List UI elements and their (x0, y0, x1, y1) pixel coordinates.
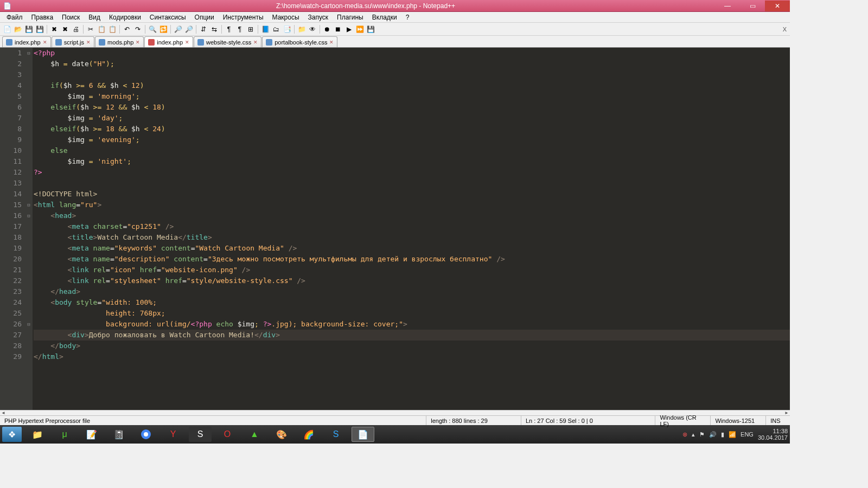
tray-up-icon[interactable]: ▴ (692, 431, 695, 438)
word-wrap-icon[interactable]: ¶ (224, 24, 234, 34)
save-all-icon[interactable]: 💾 (35, 24, 44, 34)
menu-file[interactable]: Файл (2, 12, 27, 22)
save-macro-icon[interactable]: 💾 (366, 24, 375, 34)
menu-plugins[interactable]: Плагины (333, 12, 368, 22)
close-icon[interactable]: ✕ (329, 40, 334, 45)
chrome-icon[interactable] (135, 427, 157, 442)
menu-help[interactable]: ? (401, 12, 414, 22)
menu-tools[interactable]: Инструменты (219, 12, 268, 22)
show-all-chars-icon[interactable]: ¶ (235, 24, 245, 34)
maximize-button[interactable]: ▭ (740, 1, 765, 11)
menu-view[interactable]: Вид (84, 12, 105, 22)
tray-language[interactable]: ENG (741, 431, 754, 438)
tab-website-style-css[interactable]: website-style.css✕ (194, 36, 261, 47)
close-icon[interactable]: ✕ (86, 40, 91, 45)
separator (320, 25, 320, 34)
android-studio-icon[interactable]: ▲ (243, 427, 266, 442)
replace-icon[interactable]: 🔁 (158, 24, 168, 34)
menu-macros[interactable]: Макросы (268, 12, 304, 22)
monitor-icon[interactable]: 👁 (308, 24, 317, 34)
toolbar-close-x[interactable]: X (783, 26, 787, 33)
opera-icon[interactable]: O (216, 427, 239, 442)
tab-label: website-style.css (206, 39, 251, 46)
close-icon[interactable]: ✕ (185, 40, 189, 45)
notepadpp-active-icon[interactable]: 📄 (352, 427, 374, 442)
sync-vscroll-icon[interactable]: ⇵ (199, 24, 208, 34)
menu-tabs[interactable]: Вкладки (368, 12, 401, 22)
tray-battery-icon[interactable]: ▮ (721, 431, 724, 438)
editor[interactable]: 1234567891011121314151617181920212223242… (0, 48, 790, 410)
tab-index-php-1[interactable]: index.php✕ (2, 36, 51, 47)
play-macro-icon[interactable]: ▶ (344, 24, 354, 34)
menu-options[interactable]: Опции (190, 12, 219, 22)
tray-volume-icon[interactable]: 🔊 (709, 431, 717, 438)
menu-syntax[interactable]: Синтаксисы (145, 12, 190, 22)
rainbow-icon[interactable]: 🌈 (297, 427, 320, 442)
folder-icon[interactable]: 📁 (297, 24, 307, 34)
undo-icon[interactable]: ↶ (122, 24, 132, 34)
find-icon[interactable]: 🔍 (148, 24, 157, 34)
paste-icon[interactable]: 📋 (107, 24, 117, 34)
menu-run[interactable]: Запуск (304, 12, 333, 22)
window-titlebar: 📄 Z:\home\watch-cartoon-media.su\www\ind… (0, 0, 790, 12)
separator (119, 25, 120, 34)
tab-script-js[interactable]: script.js✕ (52, 36, 94, 47)
record-macro-icon[interactable]: ⏺ (322, 24, 332, 34)
sync-hscroll-icon[interactable]: ⇆ (209, 24, 219, 34)
close-icon[interactable]: ✕ (136, 40, 140, 45)
skype-icon[interactable]: S (324, 427, 347, 442)
explorer-icon[interactable]: 📁 (26, 427, 49, 442)
toolbar: 📄 📂 💾 💾 ✖ ✖ 🖨 ✂ 📋 📋 ↶ ↷ 🔍 🔁 🔎 🔎 ⇵ ⇆ ¶ ¶ … (0, 23, 790, 36)
wordpad-icon[interactable]: 📝 (80, 427, 103, 442)
close-icon[interactable]: ✕ (43, 40, 47, 45)
yandex-icon[interactable]: Y (162, 427, 184, 442)
notebook-icon[interactable]: 📓 (107, 427, 130, 442)
file-icon (6, 39, 12, 46)
new-file-icon[interactable]: 📄 (2, 24, 12, 34)
tab-label: mods.php (107, 39, 133, 46)
menu-search[interactable]: Поиск (58, 12, 84, 22)
indent-guide-icon[interactable]: ⊞ (246, 24, 256, 34)
cut-icon[interactable]: ✂ (86, 24, 95, 34)
save-icon[interactable]: 💾 (24, 24, 34, 34)
code-area[interactable]: <?php $h = date("H"); if($h >= 6 && $h <… (33, 48, 790, 410)
close-file-icon[interactable]: ✖ (49, 24, 59, 34)
stop-macro-icon[interactable]: ⏹ (333, 24, 343, 34)
sublime-icon[interactable]: S (189, 427, 212, 442)
separator (196, 25, 196, 34)
tray-flag-icon[interactable]: ⚑ (699, 431, 705, 438)
tab-label: script.js (64, 39, 84, 46)
tab-index-php-active[interactable]: index.php✕ (144, 36, 193, 47)
svg-point-1 (144, 432, 148, 436)
zoom-in-icon[interactable]: 🔎 (173, 24, 183, 34)
doc-map-icon[interactable]: 🗂 (271, 24, 281, 34)
start-button[interactable]: ❖ (2, 427, 22, 442)
menu-edit[interactable]: Правка (27, 12, 58, 22)
tab-portalbook-style-css[interactable]: portalbook-style.css✕ (262, 36, 337, 47)
utorrent-icon[interactable]: μ (53, 427, 76, 442)
close-button[interactable]: ✕ (765, 1, 790, 11)
status-position: Ln : 27 Col : 59 Sel : 0 | 0 (521, 416, 656, 425)
statusbar: PHP Hypertext Preprocessor file length :… (0, 415, 790, 425)
fold-gutter[interactable]: ⊟⊟⊟⊟ (25, 48, 33, 410)
tray-clock[interactable]: 11:38 30.04.2017 (758, 428, 788, 441)
tray-network-icon[interactable]: 📶 (729, 431, 736, 438)
paint-icon[interactable]: 🎨 (270, 427, 293, 442)
func-list-icon[interactable]: 📑 (282, 24, 292, 34)
separator (145, 25, 145, 34)
windows-taskbar: ❖ 📁 μ 📝 📓 Y S O ▲ 🎨 🌈 S 📄 ⊗ ▴ ⚑ 🔊 ▮ 📶 EN… (0, 425, 790, 444)
print-icon[interactable]: 🖨 (71, 24, 81, 34)
userlang-icon[interactable]: 📘 (260, 24, 270, 34)
tray-notification-icon[interactable]: ⊗ (682, 431, 687, 438)
open-file-icon[interactable]: 📂 (13, 24, 23, 34)
zoom-out-icon[interactable]: 🔎 (184, 24, 194, 34)
line-number-gutter: 1234567891011121314151617181920212223242… (0, 48, 25, 410)
minimize-button[interactable]: — (715, 1, 740, 11)
copy-icon[interactable]: 📋 (97, 24, 106, 34)
redo-icon[interactable]: ↷ (133, 24, 143, 34)
menu-encoding[interactable]: Кодировки (105, 12, 145, 22)
tab-mods-php[interactable]: mods.php✕ (95, 36, 144, 47)
close-icon[interactable]: ✕ (253, 40, 258, 45)
play-multi-macro-icon[interactable]: ⏩ (355, 24, 365, 34)
close-all-icon[interactable]: ✖ (60, 24, 70, 34)
